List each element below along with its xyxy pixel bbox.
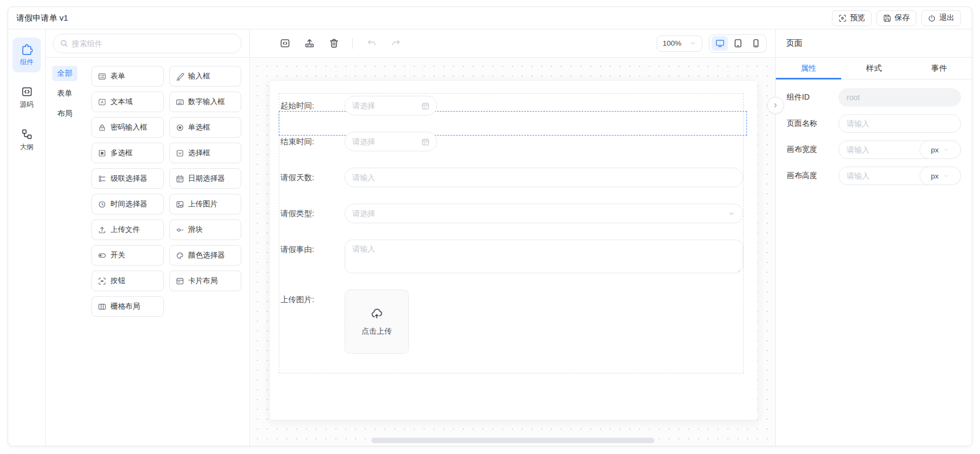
property-label: 页面名称 — [787, 119, 838, 128]
tree-icon — [21, 128, 33, 140]
component-id-input[interactable] — [838, 88, 961, 107]
component-item[interactable]: 栅格布局 — [91, 296, 164, 317]
tab-属性[interactable]: 属性 — [776, 58, 841, 79]
chevron-down-icon — [689, 40, 696, 47]
sidebar-item-components[interactable]: 组件 — [13, 38, 41, 72]
component-item[interactable]: 级联选择器 — [91, 168, 164, 189]
category-表单[interactable]: 表单 — [52, 86, 77, 101]
select-field[interactable] — [345, 204, 743, 223]
image-icon — [176, 200, 184, 208]
chevron-right-icon — [772, 102, 779, 109]
component-item[interactable]: 时间选择器 — [91, 194, 164, 214]
text-input[interactable] — [352, 173, 736, 182]
canvas-area: 100% 起始时间:结束时间:请假天数:请假类型:请假事由:上传图片:点击上传 — [250, 29, 775, 446]
sidebar-item-source[interactable]: 源码 — [13, 80, 41, 115]
horizontal-scrollbar[interactable] — [371, 438, 654, 443]
form-canvas[interactable]: 起始时间:结束时间:请假天数:请假类型:请假事由:上传图片:点击上传 — [279, 93, 744, 373]
checkbox-icon — [98, 149, 106, 157]
zoom-select[interactable]: 100% — [657, 35, 702, 52]
select-input[interactable] — [352, 209, 727, 218]
form-field-label: 请假事由: — [280, 240, 345, 259]
component-label: 开关 — [111, 250, 125, 260]
upload-text: 点击上传 — [362, 327, 392, 336]
textarea-field[interactable] — [345, 240, 743, 273]
device-switcher — [709, 34, 767, 53]
component-item[interactable]: 输入框 — [169, 66, 242, 87]
svg-text:A: A — [101, 100, 103, 104]
text-input-field[interactable] — [345, 168, 743, 187]
header-actions: 预览保存退出 — [832, 10, 961, 26]
sidebar-item-label: 大纲 — [20, 143, 34, 152]
design-stage[interactable]: 起始时间:结束时间:请假天数:请假类型:请假事由:上传图片:点击上传 — [250, 58, 775, 446]
unit-label: px — [931, 146, 939, 154]
form-field-label: 请假天数: — [280, 168, 345, 187]
save-button[interactable]: 保存 — [877, 10, 916, 26]
page-title: 请假申请单 v1 — [16, 13, 68, 23]
component-item[interactable]: 123数字输入框 — [169, 91, 242, 112]
component-label: 滑块 — [188, 225, 203, 235]
date-input[interactable] — [352, 101, 421, 110]
inspector-fields: 组件ID页面名称画布宽度px画布高度px — [776, 79, 972, 194]
search-input[interactable] — [72, 39, 235, 48]
collapse-panel-button[interactable] — [767, 97, 784, 114]
preview-button[interactable]: 预览 — [832, 10, 872, 26]
category-布局[interactable]: 布局 — [52, 106, 77, 121]
component-label: 卡片布局 — [188, 276, 218, 286]
power-icon — [928, 14, 936, 22]
device-desktop-button[interactable] — [712, 36, 728, 51]
upload-dropzone[interactable]: 点击上传 — [345, 290, 409, 354]
component-item[interactable]: 选择框 — [169, 143, 242, 163]
textarea-input[interactable] — [352, 244, 736, 268]
codewin-icon — [21, 86, 33, 97]
exit-button[interactable]: 退出 — [921, 10, 961, 26]
component-item[interactable]: 日期选择器 — [169, 168, 242, 189]
component-label: 单选框 — [188, 122, 211, 132]
device-tablet-button[interactable] — [730, 36, 746, 51]
calendar-icon — [421, 102, 430, 110]
component-item[interactable]: 密码输入框 — [91, 117, 164, 138]
component-id-control — [838, 88, 961, 107]
component-search[interactable] — [53, 34, 242, 53]
date-picker-field[interactable] — [345, 132, 437, 151]
canvas-height-control: px — [838, 167, 961, 185]
form-row-select: 请假类型: — [280, 204, 743, 223]
component-label: 数字输入框 — [188, 97, 225, 107]
chevron-down-icon — [943, 173, 950, 179]
undo-button[interactable] — [365, 38, 377, 50]
component-item[interactable]: 颜色选择器 — [169, 245, 242, 266]
component-item[interactable]: A文本域 — [91, 91, 164, 112]
component-item[interactable]: 卡片布局 — [169, 271, 242, 291]
date-picker-field[interactable] — [345, 96, 437, 115]
sidebar-item-outline[interactable]: 大纲 — [13, 122, 41, 157]
category-全部[interactable]: 全部 — [52, 66, 77, 81]
tab-事件[interactable]: 事件 — [906, 58, 972, 79]
device-mobile-button[interactable] — [748, 36, 764, 51]
date-input[interactable] — [352, 137, 421, 146]
form-field-label: 上传图片: — [280, 290, 345, 309]
cascade-icon — [98, 175, 106, 183]
search-icon — [60, 39, 68, 47]
unit-label: px — [931, 172, 939, 180]
component-item[interactable]: 上传文件 — [91, 219, 164, 240]
component-item[interactable]: 按钮 — [91, 271, 164, 291]
component-item[interactable]: 上传图片 — [169, 194, 242, 214]
canvas-width-unit-select[interactable]: px — [920, 140, 961, 159]
clear-button[interactable] — [328, 38, 340, 50]
component-label: 时间选择器 — [111, 199, 148, 209]
redo-button[interactable] — [390, 38, 402, 50]
component-item[interactable]: 开关 — [91, 245, 164, 266]
component-item[interactable]: 表单 — [91, 66, 164, 87]
resize-handle-icon[interactable] — [734, 265, 740, 271]
component-item[interactable]: 滑块 — [169, 219, 242, 240]
canvas-height-unit-select[interactable]: px — [920, 167, 961, 185]
form-row-textarea: 请假事由: — [280, 240, 743, 273]
page-name-input[interactable] — [838, 114, 961, 133]
code-view-button[interactable] — [279, 38, 291, 50]
import-button[interactable] — [303, 38, 315, 50]
component-item[interactable]: 单选框 — [169, 117, 242, 138]
component-label: 选择框 — [188, 148, 211, 158]
tab-样式[interactable]: 样式 — [841, 58, 906, 79]
lock-icon — [98, 124, 106, 132]
component-label: 颜色选择器 — [188, 250, 225, 260]
component-item[interactable]: 多选框 — [91, 143, 164, 163]
